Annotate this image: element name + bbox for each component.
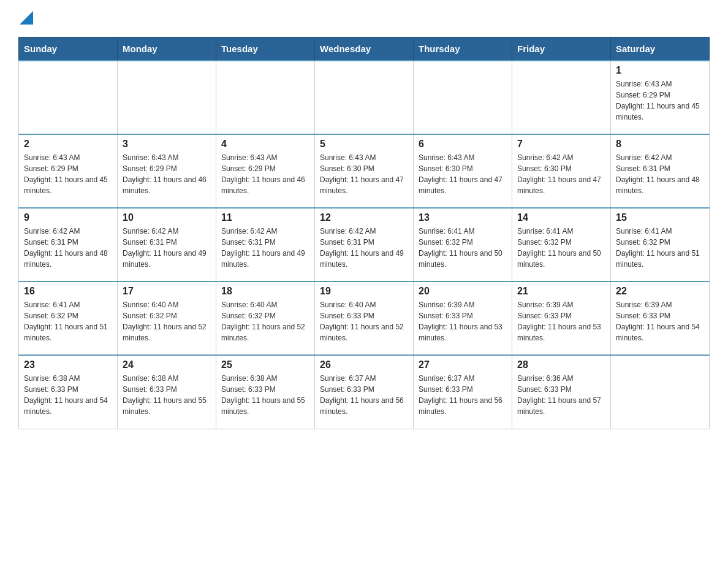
day-info: Sunrise: 6:42 AMSunset: 6:31 PMDaylight:… (123, 226, 211, 270)
day-info: Sunrise: 6:37 AMSunset: 6:33 PMDaylight:… (419, 373, 507, 417)
weekday-header-sunday: Sunday (19, 37, 118, 61)
calendar-cell: 12Sunrise: 6:42 AMSunset: 6:31 PMDayligh… (315, 208, 414, 282)
day-number: 21 (517, 286, 605, 297)
day-number: 14 (517, 212, 605, 223)
day-info: Sunrise: 6:42 AMSunset: 6:31 PMDaylight:… (616, 152, 704, 196)
day-info: Sunrise: 6:40 AMSunset: 6:32 PMDaylight:… (221, 299, 309, 343)
calendar-cell: 23Sunrise: 6:38 AMSunset: 6:33 PMDayligh… (19, 355, 118, 429)
day-number: 10 (123, 212, 211, 223)
calendar-cell (512, 61, 611, 134)
logo-wrapper (18, 12, 33, 25)
day-number: 2 (24, 139, 112, 150)
calendar-cell: 20Sunrise: 6:39 AMSunset: 6:33 PMDayligh… (414, 282, 512, 355)
calendar-cell: 1Sunrise: 6:43 AMSunset: 6:29 PMDaylight… (611, 61, 710, 134)
day-number: 12 (320, 212, 408, 223)
day-number: 23 (24, 359, 112, 370)
weekday-header-tuesday: Tuesday (216, 37, 315, 61)
weekday-header-saturday: Saturday (611, 37, 710, 61)
day-number: 22 (616, 286, 704, 297)
calendar-cell: 28Sunrise: 6:36 AMSunset: 6:33 PMDayligh… (512, 355, 611, 429)
day-number: 16 (24, 286, 112, 297)
calendar-cell (611, 355, 710, 429)
calendar-cell: 5Sunrise: 6:43 AMSunset: 6:30 PMDaylight… (315, 134, 414, 208)
page-header (18, 12, 710, 25)
calendar-cell: 14Sunrise: 6:41 AMSunset: 6:32 PMDayligh… (512, 208, 611, 282)
day-info: Sunrise: 6:42 AMSunset: 6:31 PMDaylight:… (320, 226, 408, 270)
calendar-cell: 19Sunrise: 6:40 AMSunset: 6:33 PMDayligh… (315, 282, 414, 355)
weekday-header-thursday: Thursday (414, 37, 512, 61)
day-info: Sunrise: 6:43 AMSunset: 6:29 PMDaylight:… (221, 152, 309, 196)
day-number: 24 (123, 359, 211, 370)
day-info: Sunrise: 6:38 AMSunset: 6:33 PMDaylight:… (24, 373, 112, 417)
day-number: 8 (616, 139, 704, 150)
day-number: 17 (123, 286, 211, 297)
day-info: Sunrise: 6:38 AMSunset: 6:33 PMDaylight:… (221, 373, 309, 417)
calendar-cell: 17Sunrise: 6:40 AMSunset: 6:32 PMDayligh… (118, 282, 216, 355)
calendar-cell: 7Sunrise: 6:42 AMSunset: 6:30 PMDaylight… (512, 134, 611, 208)
day-info: Sunrise: 6:43 AMSunset: 6:29 PMDaylight:… (123, 152, 211, 196)
calendar-cell: 2Sunrise: 6:43 AMSunset: 6:29 PMDaylight… (19, 134, 118, 208)
day-number: 13 (419, 212, 507, 223)
calendar-cell: 16Sunrise: 6:41 AMSunset: 6:32 PMDayligh… (19, 282, 118, 355)
calendar-cell: 13Sunrise: 6:41 AMSunset: 6:32 PMDayligh… (414, 208, 512, 282)
calendar-week-row: 1Sunrise: 6:43 AMSunset: 6:29 PMDaylight… (19, 61, 710, 134)
day-number: 9 (24, 212, 112, 223)
weekday-header-row: SundayMondayTuesdayWednesdayThursdayFrid… (19, 37, 710, 61)
logo (18, 12, 33, 25)
calendar-cell: 6Sunrise: 6:43 AMSunset: 6:30 PMDaylight… (414, 134, 512, 208)
calendar-header: SundayMondayTuesdayWednesdayThursdayFrid… (19, 37, 710, 61)
day-info: Sunrise: 6:43 AMSunset: 6:30 PMDaylight:… (419, 152, 507, 196)
calendar-body: 1Sunrise: 6:43 AMSunset: 6:29 PMDaylight… (19, 61, 710, 429)
svg-marker-0 (20, 11, 33, 25)
weekday-header-monday: Monday (118, 37, 216, 61)
day-number: 4 (221, 139, 309, 150)
day-info: Sunrise: 6:41 AMSunset: 6:32 PMDaylight:… (24, 299, 112, 343)
calendar-cell: 27Sunrise: 6:37 AMSunset: 6:33 PMDayligh… (414, 355, 512, 429)
calendar-cell (414, 61, 512, 134)
day-number: 19 (320, 286, 408, 297)
calendar-cell: 3Sunrise: 6:43 AMSunset: 6:29 PMDaylight… (118, 134, 216, 208)
day-number: 6 (419, 139, 507, 150)
calendar-cell: 15Sunrise: 6:41 AMSunset: 6:32 PMDayligh… (611, 208, 710, 282)
calendar-cell: 24Sunrise: 6:38 AMSunset: 6:33 PMDayligh… (118, 355, 216, 429)
day-number: 27 (419, 359, 507, 370)
calendar-table: SundayMondayTuesdayWednesdayThursdayFrid… (18, 37, 710, 429)
calendar-cell: 26Sunrise: 6:37 AMSunset: 6:33 PMDayligh… (315, 355, 414, 429)
day-number: 5 (320, 139, 408, 150)
calendar-week-row: 9Sunrise: 6:42 AMSunset: 6:31 PMDaylight… (19, 208, 710, 282)
logo-line1 (18, 12, 33, 25)
calendar-cell: 10Sunrise: 6:42 AMSunset: 6:31 PMDayligh… (118, 208, 216, 282)
calendar-cell: 22Sunrise: 6:39 AMSunset: 6:33 PMDayligh… (611, 282, 710, 355)
day-number: 18 (221, 286, 309, 297)
calendar-week-row: 16Sunrise: 6:41 AMSunset: 6:32 PMDayligh… (19, 282, 710, 355)
calendar-week-row: 2Sunrise: 6:43 AMSunset: 6:29 PMDaylight… (19, 134, 710, 208)
calendar-cell (216, 61, 315, 134)
day-number: 11 (221, 212, 309, 223)
calendar-cell (19, 61, 118, 134)
day-info: Sunrise: 6:40 AMSunset: 6:32 PMDaylight:… (123, 299, 211, 343)
day-info: Sunrise: 6:43 AMSunset: 6:30 PMDaylight:… (320, 152, 408, 196)
day-info: Sunrise: 6:43 AMSunset: 6:29 PMDaylight:… (616, 79, 704, 123)
day-number: 3 (123, 139, 211, 150)
calendar-cell: 4Sunrise: 6:43 AMSunset: 6:29 PMDaylight… (216, 134, 315, 208)
calendar-cell: 8Sunrise: 6:42 AMSunset: 6:31 PMDaylight… (611, 134, 710, 208)
day-info: Sunrise: 6:41 AMSunset: 6:32 PMDaylight:… (517, 226, 605, 270)
calendar-cell: 11Sunrise: 6:42 AMSunset: 6:31 PMDayligh… (216, 208, 315, 282)
weekday-header-friday: Friday (512, 37, 611, 61)
day-info: Sunrise: 6:41 AMSunset: 6:32 PMDaylight:… (616, 226, 704, 270)
day-number: 7 (517, 139, 605, 150)
calendar-cell: 25Sunrise: 6:38 AMSunset: 6:33 PMDayligh… (216, 355, 315, 429)
logo-triangle-icon (20, 11, 33, 25)
weekday-header-wednesday: Wednesday (315, 37, 414, 61)
calendar-cell (315, 61, 414, 134)
day-info: Sunrise: 6:42 AMSunset: 6:30 PMDaylight:… (517, 152, 605, 196)
day-info: Sunrise: 6:39 AMSunset: 6:33 PMDaylight:… (616, 299, 704, 343)
day-info: Sunrise: 6:38 AMSunset: 6:33 PMDaylight:… (123, 373, 211, 417)
day-number: 26 (320, 359, 408, 370)
day-info: Sunrise: 6:40 AMSunset: 6:33 PMDaylight:… (320, 299, 408, 343)
calendar-week-row: 23Sunrise: 6:38 AMSunset: 6:33 PMDayligh… (19, 355, 710, 429)
day-number: 25 (221, 359, 309, 370)
calendar-cell: 9Sunrise: 6:42 AMSunset: 6:31 PMDaylight… (19, 208, 118, 282)
day-info: Sunrise: 6:36 AMSunset: 6:33 PMDaylight:… (517, 373, 605, 417)
day-number: 1 (616, 65, 704, 76)
